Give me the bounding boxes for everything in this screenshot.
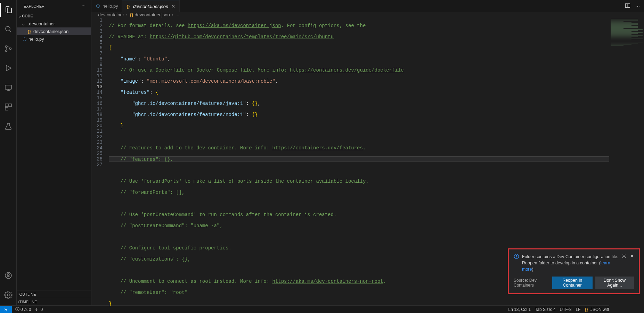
status-problems[interactable]: ⓧ0 ⚠0 xyxy=(15,306,31,312)
outline-section[interactable]: › OUTLINE xyxy=(17,290,91,298)
activity-accounts-icon[interactable] xyxy=(0,269,17,282)
activity-testing-icon[interactable] xyxy=(0,120,17,133)
split-editor-icon[interactable] xyxy=(625,3,630,9)
line-number-gutter: 1234567891011121314151617181920212223242… xyxy=(91,17,109,313)
activity-bar xyxy=(0,0,17,305)
close-tab-icon[interactable]: ✕ xyxy=(170,4,176,9)
python-file-icon: ⬡ xyxy=(22,36,27,42)
workspace-root[interactable]: ⌄ CODE xyxy=(17,12,91,20)
status-ports[interactable]: ᯤ0 xyxy=(35,307,43,312)
remote-indicator[interactable] xyxy=(0,306,12,313)
reopen-in-container-button[interactable]: Reopen in Container xyxy=(552,277,593,289)
activity-remote-explorer-icon[interactable] xyxy=(0,81,17,94)
json-file-icon: {} xyxy=(125,4,131,9)
tab-bar: ⬡ hello.py {} devcontainer.json ✕ ⋯ xyxy=(91,0,644,12)
notification-source: Source: Dev Containers xyxy=(514,278,552,288)
notification-toast: Folder contains a Dev Container configur… xyxy=(508,248,640,294)
chevron-down-icon: ⌄ xyxy=(18,14,21,18)
chevron-down-icon: ⌄ xyxy=(22,21,26,26)
svg-rect-7 xyxy=(5,107,8,110)
activity-search-icon[interactable] xyxy=(0,22,17,36)
tree-folder-devcontainer[interactable]: ⌄ .devcontainer xyxy=(17,20,91,27)
side-bar-title: EXPLORER ⋯ xyxy=(17,0,91,12)
tab-devcontainer-json[interactable]: {} devcontainer.json ✕ xyxy=(122,0,180,12)
activity-run-debug-icon[interactable] xyxy=(0,61,17,75)
notification-message: Folder contains a Dev Container configur… xyxy=(522,254,619,272)
activity-settings-icon[interactable] xyxy=(0,288,17,302)
radio-icon: ᯤ xyxy=(35,307,39,312)
python-file-icon: ⬡ xyxy=(95,3,100,9)
timeline-section[interactable]: › TIMELINE xyxy=(17,298,91,305)
tree-file-hello-py[interactable]: ⬡ hello.py xyxy=(17,35,91,43)
breadcrumb[interactable]: .devcontainer› {} devcontainer.json› ... xyxy=(91,12,644,17)
activity-source-control-icon[interactable] xyxy=(0,42,17,56)
editor-area: ⬡ hello.py {} devcontainer.json ✕ ⋯ .dev… xyxy=(91,0,644,305)
svg-rect-6 xyxy=(9,104,11,107)
activity-extensions-icon[interactable] xyxy=(0,100,17,114)
more-actions-icon[interactable]: ⋯ xyxy=(635,3,640,9)
svg-point-1 xyxy=(5,46,7,48)
info-icon xyxy=(514,254,519,260)
svg-point-16 xyxy=(623,255,625,257)
activity-explorer-icon[interactable] xyxy=(0,3,17,17)
side-bar: EXPLORER ⋯ ⌄ CODE ⌄ .devcontainer {} dev… xyxy=(17,0,91,305)
json-file-icon: {} xyxy=(26,29,32,34)
svg-point-15 xyxy=(516,255,516,255)
close-icon[interactable]: ✕ xyxy=(630,254,634,260)
svg-point-10 xyxy=(7,294,9,296)
dont-show-again-button[interactable]: Don't Show Again... xyxy=(595,277,634,289)
svg-point-2 xyxy=(5,50,7,52)
svg-rect-4 xyxy=(5,85,11,89)
tree-file-devcontainer-json[interactable]: {} devcontainer.json xyxy=(17,27,91,35)
gear-icon[interactable] xyxy=(621,254,627,260)
warning-icon: ⚠ xyxy=(24,307,28,312)
error-icon: ⓧ xyxy=(15,306,19,312)
svg-point-0 xyxy=(6,26,10,31)
svg-rect-5 xyxy=(5,104,8,107)
tab-hello-py[interactable]: ⬡ hello.py xyxy=(91,0,122,12)
more-actions-icon[interactable]: ⋯ xyxy=(82,4,85,8)
svg-point-9 xyxy=(7,274,9,276)
json-file-icon: {} xyxy=(130,12,133,17)
